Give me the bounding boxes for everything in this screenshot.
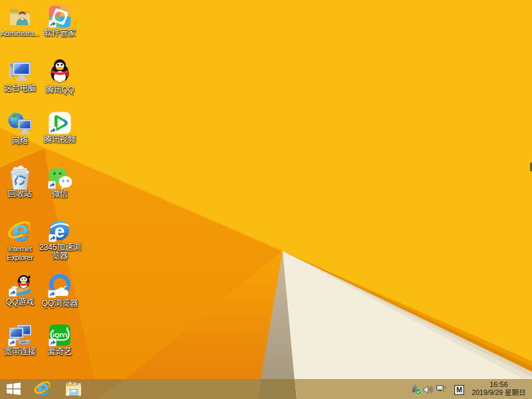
svg-text:iQIYI: iQIYI [53, 331, 67, 338]
svg-text:M: M [456, 386, 462, 394]
